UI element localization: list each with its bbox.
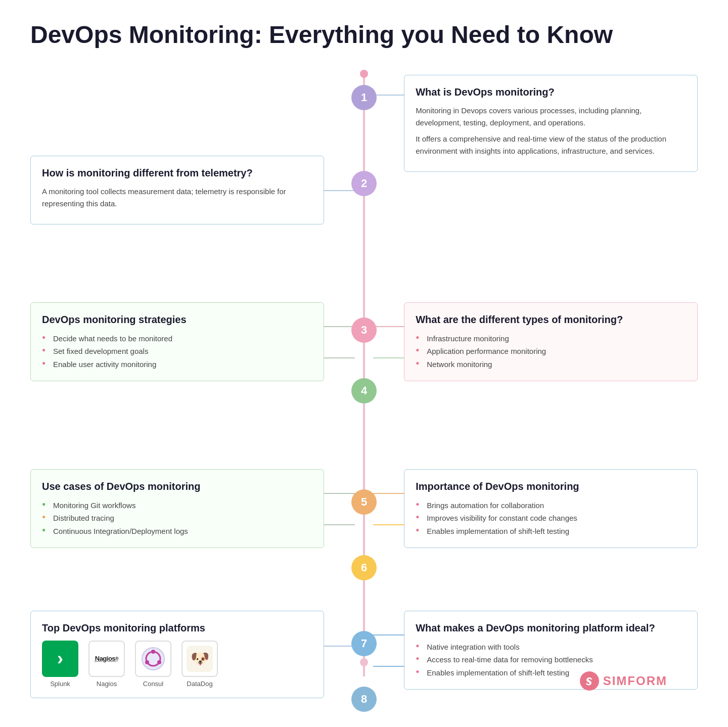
ideal-item-1: Native integration with tools [416,641,686,654]
connector-importance-5 [373,493,404,494]
node-4: 4 [351,378,377,403]
node-7: 7 [351,631,377,656]
card-telemetry-title: How is monitoring different from telemet… [42,166,312,179]
card-strategies-title: DevOps monitoring strategies [42,313,312,326]
type-item-3: Network monitoring [416,358,686,371]
node-1: 1 [351,85,377,110]
card-types-title: What are the different types of monitori… [416,313,686,326]
card-importance-list: Brings automation for collaboration Impr… [416,499,686,538]
connector-importance-6 [373,524,404,525]
svg-point-3 [157,660,161,664]
card-use-cases: Use cases of DevOps monitoring Monitorin… [30,469,324,549]
card-use-cases-title: Use cases of DevOps monitoring [42,480,312,493]
type-item-1: Infrastructure monitoring [416,332,686,345]
card-importance-title: Importance of DevOps monitoring [416,480,686,493]
card-strategies-list: Decide what needs to be monitored Set fi… [42,332,312,371]
node-2: 2 [351,171,377,196]
connector-usecases-6 [324,524,355,525]
card-telemetry: How is monitoring different from telemet… [30,156,324,224]
use-case-item-1: Monitoring Git workflows [42,499,312,512]
card-what-is: What is DevOps monitoring? Monitoring in… [404,75,698,172]
strategy-item-2: Set fixed development goals [42,345,312,358]
card-telemetry-text: A monitoring tool collects measurement d… [42,186,312,210]
use-case-item-2: Distributed tracing [42,512,312,525]
importance-item-1: Brings automation for collaboration [416,499,686,512]
connector-whatis-1 [373,95,404,96]
connector-ideal-8 [373,666,404,667]
svg-point-4 [145,660,149,664]
card-ideal-title: What makes a DevOps monitoring platform … [416,621,686,634]
card-types: What are the different types of monitori… [404,302,698,382]
connector-types-4 [373,357,404,358]
connector-types-3 [373,326,404,327]
timeline-bottom-dot [360,658,368,666]
connector-ideal-7 [373,634,404,635]
card-importance: Importance of DevOps monitoring Brings a… [404,469,698,549]
svg-text:🐶: 🐶 [191,650,210,668]
type-item-2: Application performance monitoring [416,345,686,358]
simform-icon [580,671,599,691]
card-what-is-title: What is DevOps monitoring? [416,85,686,99]
connector-platforms-7 [324,646,355,647]
node-8: 8 [351,687,377,712]
timeline-top-dot [360,70,368,78]
importance-item-2: Improves visibility for constant code ch… [416,512,686,525]
ideal-item-2: Access to real-time data for removing bo… [416,653,686,666]
node-6: 6 [351,555,377,580]
card-platforms-title: Top DevOps monitoring platforms [42,621,312,634]
node-5: 5 [351,489,377,515]
card-what-is-p1: Monitoring in Devops covers various proc… [416,105,686,129]
svg-point-2 [151,650,155,654]
timeline-line [363,70,365,676]
card-use-cases-list: Monitoring Git workflows Distributed tra… [42,499,312,538]
card-strategies: DevOps monitoring strategies Decide what… [30,302,324,382]
strategy-item-3: Enable user activity monitoring [42,358,312,371]
connector-strategies-3 [324,326,355,327]
use-case-item-3: Continuous Integration/Deployment logs [42,525,312,538]
card-what-is-p2: It offers a comprehensive and real-time … [416,133,686,157]
importance-item-3: Enables implementation of shift-left tes… [416,525,686,538]
node-3: 3 [351,317,377,343]
page-title: DevOps Monitoring: Everything you Need t… [30,20,698,50]
connector-telemetry [324,190,355,191]
card-types-list: Infrastructure monitoring Application pe… [416,332,686,371]
simform-text: SIMFORM [603,674,667,688]
connector-strategies-4 [324,357,355,358]
strategy-item-1: Decide what needs to be monitored [42,332,312,345]
simform-logo: SIMFORM [0,671,667,691]
connector-usecases-5 [324,493,355,494]
